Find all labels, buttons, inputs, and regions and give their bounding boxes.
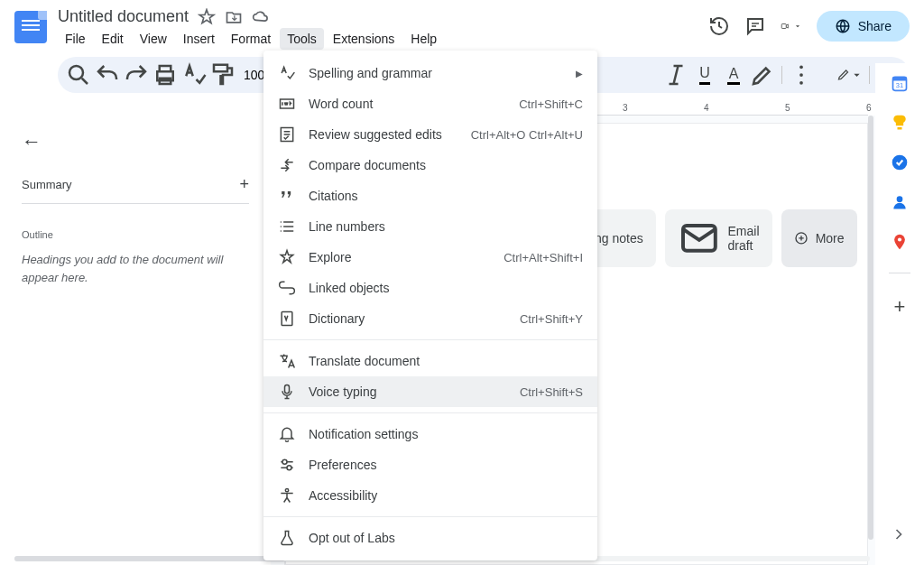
menu-separator (263, 516, 597, 517)
submenu-arrow-icon: ▶ (576, 69, 583, 79)
tools-menu-line-numbers[interactable]: Line numbers (263, 211, 597, 242)
title-area: Untitled document File Edit View Insert … (58, 7, 708, 50)
tools-menu-voice-typing[interactable]: Voice typingCtrl+Shift+S (263, 376, 597, 407)
svg-text:31: 31 (896, 81, 903, 89)
menu-item-shortcut: Ctrl+Shift+Y (520, 312, 583, 326)
highlight-icon[interactable] (749, 61, 776, 88)
menu-item-label: Dictionary (309, 311, 520, 326)
document-title[interactable]: Untitled document (58, 7, 189, 26)
menu-file[interactable]: File (58, 28, 93, 50)
tools-menu-spelling-and-grammar[interactable]: Spelling and grammar▶ (263, 58, 597, 88)
comments-icon[interactable] (744, 15, 766, 37)
keep-icon[interactable] (891, 114, 909, 132)
svg-point-7 (799, 81, 803, 85)
menu-item-label: Word count (309, 97, 519, 111)
menu-edit[interactable]: Edit (95, 28, 131, 50)
review-icon (278, 125, 296, 144)
tools-menu-preferences[interactable]: Preferences (263, 449, 597, 480)
menu-item-label: Accessibility (309, 488, 583, 503)
print-icon[interactable] (152, 61, 179, 88)
tools-menu-word-count[interactable]: Word countCtrl+Shift+C (263, 88, 597, 119)
menu-extensions[interactable]: Extensions (326, 28, 402, 50)
tools-menu-dictionary[interactable]: DictionaryCtrl+Shift+Y (263, 303, 597, 334)
more-tools-icon[interactable] (788, 61, 815, 88)
tools-menu-accessibility[interactable]: Accessibility (263, 480, 597, 511)
title-row: Untitled document (58, 7, 708, 26)
menu-item-shortcut: Ctrl+Shift+S (520, 385, 583, 399)
calendar-icon[interactable]: 31 (891, 74, 909, 92)
rail-separator (889, 273, 910, 273)
contacts-icon[interactable] (891, 193, 909, 211)
dictionary-icon (278, 310, 296, 328)
wordcount-icon (278, 95, 296, 113)
collapse-panel-icon[interactable] (890, 525, 908, 547)
menu-item-shortcut: Ctrl+Shift+C (519, 97, 583, 111)
labs-icon (278, 529, 296, 547)
tools-menu-review-suggested-edits[interactable]: Review suggested editsCtrl+Alt+O Ctrl+Al… (263, 119, 597, 150)
meet-button[interactable] (781, 15, 802, 37)
tools-dropdown: Spelling and grammar▶Word countCtrl+Shif… (263, 51, 597, 560)
svg-rect-4 (214, 65, 227, 72)
ruler-mark: 4 (704, 103, 709, 113)
side-panel: 31 + (875, 63, 924, 565)
cloud-status-icon[interactable] (252, 8, 270, 26)
text-color-icon[interactable]: A (720, 61, 747, 88)
italic-icon[interactable] (662, 61, 689, 88)
undo-icon[interactable] (94, 61, 121, 88)
tasks-icon[interactable] (891, 153, 909, 171)
docs-logo-icon[interactable] (14, 11, 47, 43)
search-icon[interactable] (65, 61, 92, 88)
chip-more[interactable]: More (781, 209, 857, 267)
share-button[interactable]: Share (817, 11, 910, 42)
tools-menu-explore[interactable]: ExploreCtrl+Alt+Shift+I (263, 242, 597, 273)
menu-view[interactable]: View (133, 28, 174, 50)
svg-point-21 (282, 459, 287, 464)
chip-label: More (816, 231, 845, 245)
menu-item-label: Explore (309, 250, 504, 264)
underline-icon[interactable]: U (691, 61, 718, 88)
svg-rect-11 (893, 77, 907, 80)
suggestion-chips: ting notes Email draft More (576, 209, 857, 267)
horizontal-scrollbar[interactable] (14, 556, 285, 561)
spellcheck-icon[interactable] (180, 61, 208, 88)
tools-menu-citations[interactable]: Citations (263, 181, 597, 211)
menu-tools[interactable]: Tools (280, 28, 324, 50)
vertical-scrollbar[interactable] (868, 116, 873, 540)
summary-row: Summary + (22, 175, 249, 204)
star-icon[interactable] (198, 8, 216, 26)
editing-mode-icon[interactable] (836, 61, 864, 88)
tools-menu-opt-out-of-labs[interactable]: Opt out of Labs (263, 523, 597, 553)
accessibility-icon (278, 486, 296, 505)
add-addon-icon[interactable]: + (891, 295, 909, 313)
add-summary-icon[interactable]: + (239, 175, 249, 194)
citations-icon (278, 187, 296, 205)
compare-icon (278, 156, 296, 174)
menu-insert[interactable]: Insert (176, 28, 222, 50)
tools-menu-translate-document[interactable]: Translate document (263, 346, 597, 376)
chip-label: Email draft (727, 224, 759, 253)
svg-point-23 (285, 489, 288, 492)
back-arrow-icon[interactable]: ← (22, 130, 249, 153)
svg-point-5 (799, 65, 803, 69)
ruler-mark: 5 (785, 103, 790, 113)
tools-menu-compare-documents[interactable]: Compare documents (263, 150, 597, 181)
outline-hint: Headings you add to the document will ap… (22, 251, 249, 286)
menu-format[interactable]: Format (224, 28, 278, 50)
paint-format-icon[interactable] (209, 61, 236, 88)
header-right: Share (708, 11, 910, 42)
redo-icon[interactable] (123, 61, 150, 88)
ruler-mark: 3 (623, 103, 628, 113)
chip-email-draft[interactable]: Email draft (665, 209, 772, 267)
tools-menu-notification-settings[interactable]: Notification settings (263, 419, 597, 449)
menu-item-label: Notification settings (309, 427, 583, 441)
menu-item-label: Preferences (309, 458, 583, 472)
linenumbers-icon (278, 218, 296, 236)
tools-menu-linked-objects[interactable]: Linked objects (263, 273, 597, 303)
history-icon[interactable] (708, 15, 730, 37)
svg-point-15 (897, 196, 903, 202)
maps-icon[interactable] (891, 233, 909, 251)
move-icon[interactable] (225, 8, 243, 26)
menu-item-label: Translate document (309, 354, 583, 368)
menu-help[interactable]: Help (403, 28, 444, 50)
bell-icon (278, 425, 296, 443)
